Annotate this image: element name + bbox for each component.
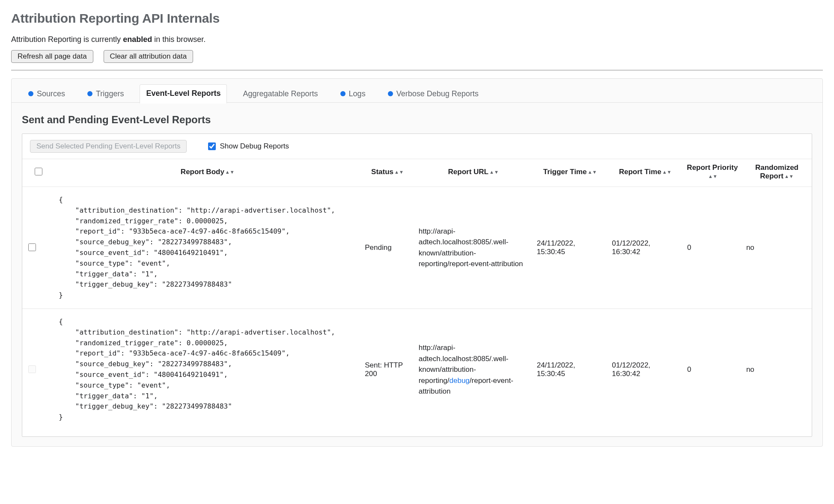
sort-icon: ▲▼ xyxy=(708,174,718,179)
col-label: Trigger Time xyxy=(543,168,587,176)
cell-report-body: { "attribution_destination": "http://ara… xyxy=(54,308,360,430)
col-randomized-report[interactable]: Randomized Report▲▼ xyxy=(742,159,812,187)
tab-verbose-debug-reports[interactable]: Verbose Debug Reports xyxy=(381,85,485,104)
dot-icon xyxy=(28,91,33,96)
cell-report-url: http://arapi-adtech.localhost:8085/.well… xyxy=(414,308,533,430)
cell-report-time: 01/12/2022, 16:30:42 xyxy=(608,308,683,430)
tabs-region: Sources Triggers Event-Level Reports Agg… xyxy=(11,78,823,447)
col-report-url[interactable]: Report URL▲▼ xyxy=(414,159,533,187)
col-label: Report URL xyxy=(448,168,488,176)
separator xyxy=(11,70,823,71)
col-select-all[interactable] xyxy=(22,159,54,187)
cell-trigger-time: 24/11/2022, 15:30:45 xyxy=(533,308,608,430)
dot-icon xyxy=(340,91,346,96)
show-debug-reports-toggle[interactable]: Show Debug Reports xyxy=(206,141,289,151)
tab-label: Logs xyxy=(349,89,366,98)
tab-label: Sources xyxy=(37,89,65,98)
col-status[interactable]: Status▲▼ xyxy=(360,159,414,187)
tab-label: Event-Level Reports xyxy=(146,89,220,98)
cell-report-body: { "attribution_destination": "http://ara… xyxy=(54,187,360,309)
dot-icon xyxy=(87,91,92,96)
report-body-json: { "attribution_destination": "http://ara… xyxy=(59,317,356,423)
col-label: Report Time xyxy=(619,168,661,176)
col-report-time[interactable]: Report Time▲▼ xyxy=(608,159,683,187)
tab-sources[interactable]: Sources xyxy=(22,85,71,104)
table-row: { "attribution_destination": "http://ara… xyxy=(22,308,812,430)
reports-table: Report Body▲▼ Status▲▼ Report URL▲▼ Trig… xyxy=(22,159,812,430)
top-button-row: Refresh all page data Clear all attribut… xyxy=(11,50,823,63)
tab-row: Sources Triggers Event-Level Reports Agg… xyxy=(12,79,822,103)
page-title: Attribution Reporting API Internals xyxy=(11,11,823,26)
status-prefix: Attribution Reporting is currently xyxy=(11,35,123,44)
status-suffix: in this browser. xyxy=(152,35,206,44)
table-wrap: Send Selected Pending Event-Level Report… xyxy=(22,133,812,437)
send-selected-button[interactable]: Send Selected Pending Event-Level Report… xyxy=(30,140,187,153)
col-label: Status xyxy=(371,168,393,176)
refresh-button[interactable]: Refresh all page data xyxy=(11,50,93,63)
show-debug-checkbox[interactable] xyxy=(208,142,216,150)
col-trigger-time[interactable]: Trigger Time▲▼ xyxy=(533,159,608,187)
report-body-json: { "attribution_destination": "http://ara… xyxy=(59,195,356,301)
cell-status: Pending xyxy=(360,187,414,309)
status-state: enabled xyxy=(123,35,152,44)
cell-report-priority: 0 xyxy=(683,187,742,309)
sort-icon: ▲▼ xyxy=(784,174,794,179)
cell-trigger-time: 24/11/2022, 15:30:45 xyxy=(533,187,608,309)
row-select-checkbox[interactable] xyxy=(28,365,36,373)
show-debug-label: Show Debug Reports xyxy=(220,142,289,151)
table-header-row: Report Body▲▼ Status▲▼ Report URL▲▼ Trig… xyxy=(22,159,812,187)
status-line: Attribution Reporting is currently enabl… xyxy=(11,35,823,44)
sort-icon: ▲▼ xyxy=(662,169,672,175)
url-debug-segment: debug xyxy=(450,377,470,385)
cell-report-priority: 0 xyxy=(683,308,742,430)
col-label: Report Body xyxy=(181,168,224,176)
row-select-cell xyxy=(22,308,54,430)
col-report-priority[interactable]: Report Priority▲▼ xyxy=(683,159,742,187)
sort-icon: ▲▼ xyxy=(587,169,597,175)
sort-icon: ▲▼ xyxy=(394,169,404,175)
sort-icon: ▲▼ xyxy=(225,169,235,175)
tab-label: Triggers xyxy=(96,89,124,98)
tab-aggregatable-reports[interactable]: Aggregatable Reports xyxy=(236,85,324,104)
row-select-checkbox[interactable] xyxy=(28,243,36,251)
row-select-cell xyxy=(22,187,54,309)
tab-label: Aggregatable Reports xyxy=(243,89,318,98)
controls-row: Send Selected Pending Event-Level Report… xyxy=(22,134,812,159)
cell-randomized-report: no xyxy=(742,187,812,309)
clear-button[interactable]: Clear all attribution data xyxy=(104,50,194,63)
panel-inner: Sent and Pending Event-Level Reports Sen… xyxy=(12,103,822,437)
select-all-checkbox[interactable] xyxy=(35,168,42,175)
url-text: http://arapi-adtech.localhost:8085/.well… xyxy=(419,227,523,268)
col-label: Report Priority xyxy=(687,163,738,172)
tab-triggers[interactable]: Triggers xyxy=(81,85,130,104)
tab-label: Verbose Debug Reports xyxy=(396,89,479,98)
col-report-body[interactable]: Report Body▲▼ xyxy=(54,159,360,187)
tab-logs[interactable]: Logs xyxy=(334,85,372,104)
cell-report-time: 01/12/2022, 16:30:42 xyxy=(608,187,683,309)
cell-status: Sent: HTTP 200 xyxy=(360,308,414,430)
dot-icon xyxy=(388,91,393,96)
tab-event-level-reports[interactable]: Event-Level Reports xyxy=(140,84,227,104)
section-title: Sent and Pending Event-Level Reports xyxy=(22,114,812,126)
cell-report-url: http://arapi-adtech.localhost:8085/.well… xyxy=(414,187,533,309)
cell-randomized-report: no xyxy=(742,308,812,430)
sort-icon: ▲▼ xyxy=(489,169,499,175)
table-row: { "attribution_destination": "http://ara… xyxy=(22,187,812,309)
